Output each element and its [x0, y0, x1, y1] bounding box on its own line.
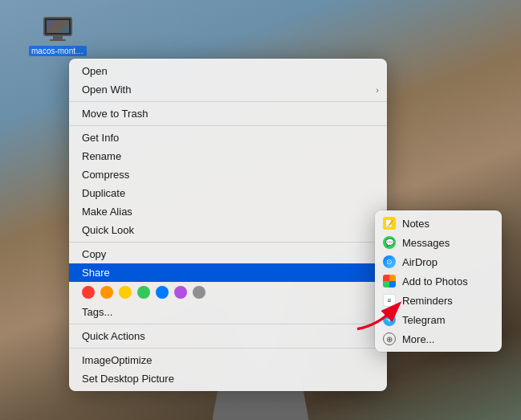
share-submenu: 📝 Notes 💬 Messages ⊙ AirDrop Add to Phot…	[375, 210, 502, 352]
separator	[69, 125, 387, 126]
menu-item-open-with[interactable]: Open With ›	[69, 80, 387, 99]
menu-item-open[interactable]: Open	[69, 62, 387, 80]
menu-item-make-alias[interactable]: Make Alias	[69, 202, 387, 221]
menu-item-move-to-trash[interactable]: Move to Trash	[69, 104, 387, 123]
menu-item-set-desktop[interactable]: Set Desktop Picture	[69, 369, 387, 388]
tag-dot-orange[interactable]	[100, 286, 113, 299]
menu-item-duplicate[interactable]: Duplicate	[69, 184, 387, 202]
tag-dot-red[interactable]	[82, 286, 95, 299]
separator	[69, 242, 387, 243]
telegram-icon: ✈	[383, 313, 396, 326]
notes-icon: 📝	[383, 217, 396, 230]
menu-item-quick-look[interactable]: Quick Look	[69, 221, 387, 239]
menu-item-compress[interactable]: Compress	[69, 165, 387, 184]
menu-item-tags[interactable]: Tags...	[69, 303, 387, 321]
menu-item-rename[interactable]: Rename	[69, 147, 387, 165]
submenu-item-telegram[interactable]: ✈ Telegram	[375, 310, 502, 329]
context-menu: Open Open With › Move to Trash Get Info …	[69, 59, 387, 391]
menu-item-copy[interactable]: Copy	[69, 245, 387, 263]
tag-colors	[69, 282, 387, 303]
submenu-item-airdrop[interactable]: ⊙ AirDrop	[375, 252, 502, 271]
submenu-item-reminders[interactable]: ≡ Reminders	[375, 291, 502, 310]
tag-dot-gray[interactable]	[193, 286, 206, 299]
messages-icon: 💬	[383, 236, 396, 249]
tag-dot-yellow[interactable]	[119, 286, 132, 299]
tag-dot-green[interactable]	[137, 286, 150, 299]
menu-item-imageoptimize[interactable]: ImageOptimize	[69, 351, 387, 369]
submenu-item-notes[interactable]: 📝 Notes	[375, 214, 502, 233]
photos-icon	[383, 275, 396, 287]
arrow-right-icon: ›	[376, 85, 379, 95]
file-label: macos-mont...ff.j	[29, 46, 87, 56]
file-icon[interactable]: macos-mont...ff.j	[29, 14, 87, 56]
separator	[69, 324, 387, 324]
submenu-item-messages[interactable]: 💬 Messages	[375, 233, 502, 252]
more-icon: ⊕	[383, 332, 396, 345]
submenu-item-more[interactable]: ⊕ More...	[375, 329, 502, 349]
file-thumbnail	[40, 14, 75, 43]
tag-dot-purple[interactable]	[174, 286, 187, 299]
separator	[69, 348, 387, 349]
menu-item-get-info[interactable]: Get Info	[69, 128, 387, 147]
submenu-item-add-to-photos[interactable]: Add to Photos	[375, 271, 502, 291]
menu-item-share[interactable]: Share ›	[69, 263, 387, 282]
airdrop-icon: ⊙	[383, 255, 396, 268]
menu-item-quick-actions[interactable]: Quick Actions ›	[69, 327, 387, 345]
separator	[69, 101, 387, 102]
reminders-icon: ≡	[383, 294, 396, 307]
tag-dot-blue[interactable]	[156, 286, 169, 299]
